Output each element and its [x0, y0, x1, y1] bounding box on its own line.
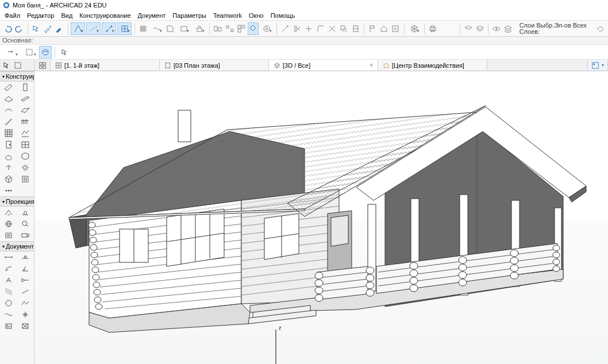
text-tool[interactable] — [0, 274, 17, 286]
trim-button[interactable] — [292, 22, 302, 35]
close-icon[interactable]: × — [370, 62, 373, 68]
slab-tool[interactable] — [0, 93, 17, 104]
cursor-opt-button[interactable] — [58, 46, 71, 59]
tabs-grid-icon[interactable] — [39, 61, 47, 69]
publish-button[interactable] — [390, 22, 401, 35]
ie-tool[interactable] — [0, 218, 17, 230]
filter-button[interactable] — [248, 22, 258, 35]
refresh-button[interactable] — [595, 22, 605, 35]
home-button[interactable] — [379, 22, 389, 35]
orbit-opt-button[interactable] — [39, 46, 52, 59]
3d-viewport[interactable]: z x y — [34, 71, 608, 364]
lock-button[interactable] — [192, 22, 206, 35]
line-tool[interactable] — [17, 286, 34, 297]
pick-button[interactable] — [31, 22, 41, 35]
inject-button[interactable] — [54, 22, 64, 35]
menu-document[interactable]: Документ — [134, 12, 170, 19]
opening-tool[interactable] — [17, 173, 34, 185]
label-tool[interactable] — [17, 274, 34, 286]
object-tool[interactable] — [17, 150, 34, 162]
ruler-button[interactable] — [149, 22, 164, 35]
camera-tool[interactable] — [17, 230, 34, 241]
beam-tool[interactable] — [17, 93, 34, 104]
tab-plan03[interactable]: [03 План этажа] — [160, 60, 269, 71]
redo-button[interactable] — [14, 22, 24, 35]
menu-help[interactable]: Помощь — [267, 12, 299, 19]
trace-button[interactable] — [165, 22, 175, 35]
grid-toggle-button[interactable] — [138, 22, 148, 35]
3dview-button[interactable] — [407, 22, 421, 35]
fill-tool[interactable] — [0, 286, 17, 297]
wall-tool[interactable] — [0, 82, 17, 93]
figure-tool[interactable] — [17, 320, 34, 332]
tab-center[interactable]: [Центр Взаимодействия] — [378, 60, 487, 71]
menu-view[interactable]: Вид — [57, 12, 76, 19]
drawing-tool[interactable] — [0, 320, 17, 332]
shell-tool[interactable] — [17, 104, 34, 116]
measure-button[interactable] — [280, 22, 290, 35]
mesh-tool[interactable] — [17, 127, 34, 139]
elevation-tool[interactable] — [17, 207, 34, 218]
stair-tool[interactable] — [0, 116, 17, 127]
roof-tool[interactable] — [0, 104, 17, 116]
palette-header-design[interactable]: Конструиров — [0, 71, 34, 82]
view-settings-button[interactable] — [260, 22, 274, 35]
skylight-tool[interactable] — [0, 162, 17, 173]
more-tool[interactable] — [0, 185, 17, 196]
radial-tool[interactable] — [0, 263, 17, 274]
bim-button[interactable] — [236, 22, 247, 35]
palette-header-doc[interactable]: Документиро — [0, 241, 34, 251]
fillet-button[interactable] — [315, 22, 325, 35]
align-button[interactable] — [213, 22, 223, 35]
snap-point-button[interactable] — [102, 22, 116, 35]
eyedrop-button[interactable] — [43, 22, 53, 35]
spline-tool[interactable] — [0, 309, 17, 320]
resize-button[interactable] — [338, 22, 349, 35]
menu-file[interactable]: Файл — [1, 12, 24, 19]
tab-floor1[interactable]: [1. 1-й этаж] — [51, 60, 160, 71]
tab-3d[interactable]: [3D / Все] × — [269, 60, 378, 71]
snap-line-button[interactable] — [86, 22, 101, 35]
angle-tool[interactable] — [17, 263, 34, 274]
guideline-mode-button[interactable] — [71, 22, 85, 35]
rect-tool-button[interactable] — [176, 22, 191, 35]
intersect-button[interactable] — [327, 22, 337, 35]
window-tool[interactable] — [17, 139, 34, 150]
polyline-tool[interactable] — [17, 297, 34, 309]
print-button[interactable] — [428, 22, 438, 35]
hotspot-tool[interactable] — [17, 309, 34, 320]
level-tool[interactable] — [17, 251, 34, 263]
menu-window[interactable]: Окно — [245, 12, 267, 19]
palette-header-proj[interactable]: Проекция — [0, 196, 34, 207]
detail-tool[interactable] — [17, 218, 34, 230]
menu-design[interactable]: Конструирование — [76, 12, 134, 19]
flag-button[interactable] — [367, 22, 378, 35]
elev-button[interactable] — [350, 22, 360, 35]
layers-icon[interactable] — [503, 22, 513, 35]
eye-icon[interactable] — [491, 22, 502, 35]
layer-all-icon[interactable] — [475, 22, 485, 35]
section-tool[interactable] — [0, 207, 17, 218]
door-tool[interactable] — [0, 139, 17, 150]
column-tool[interactable] — [17, 82, 34, 93]
dim-tool[interactable] — [0, 251, 17, 263]
marquee-tool[interactable] — [13, 60, 23, 71]
arrow-tool[interactable] — [1, 60, 11, 71]
grid-snap-button[interactable] — [117, 22, 132, 35]
distribute-button[interactable] — [224, 22, 234, 35]
arrow-opt-button[interactable] — [2, 46, 20, 59]
worksheet-tool[interactable] — [0, 230, 17, 241]
curtain-tool[interactable] — [0, 127, 17, 139]
menu-options[interactable]: Параметры — [169, 12, 210, 19]
marquee-opt-button[interactable] — [21, 46, 38, 59]
tab-overview[interactable]: ▾ — [587, 60, 608, 71]
menu-edit[interactable]: Редактор — [24, 12, 57, 19]
lamp-tool[interactable] — [17, 162, 34, 173]
morph-tool[interactable] — [0, 150, 17, 162]
split-button[interactable] — [303, 22, 314, 35]
layer-sel-icon[interactable] — [463, 22, 473, 35]
undo-button[interactable] — [2, 22, 13, 35]
railing-tool[interactable] — [17, 116, 34, 127]
zone-tool[interactable] — [0, 173, 17, 185]
circle-tool[interactable] — [0, 297, 17, 309]
